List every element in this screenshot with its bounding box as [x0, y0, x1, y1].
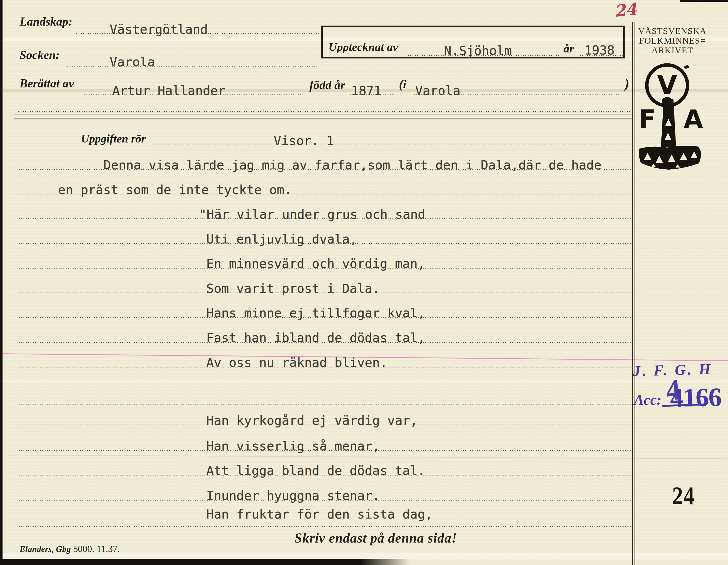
pink-ruled-line: [0, 455, 728, 459]
verse-line: Av oss nu räknad bliven.: [206, 356, 388, 369]
ruled-line: [84, 95, 304, 95]
ar-value: 1938: [584, 43, 615, 57]
printer-info: 5000. 11.37.: [71, 544, 120, 554]
ruled-line: [67, 66, 319, 67]
berattat-av-value: Artur Hallander: [112, 84, 225, 97]
upptecknat-label: Upptecknat av: [328, 41, 398, 53]
printer-imprint: Elanders, Gbg 5000. 11.37.: [20, 543, 120, 554]
uppgiften-ror-label: Uppgiften rör: [81, 133, 146, 145]
verse-line: Inunder hyuggna stenar.: [206, 489, 380, 502]
ruled-line: [414, 95, 623, 95]
accession-label: Acc:: [634, 391, 662, 408]
logo-letter-a: A: [684, 107, 703, 132]
fodd-ar-value: 1871: [351, 84, 381, 97]
write-only-instruction: Skriv endast på denna sida!: [295, 531, 457, 545]
ruled-line: [578, 55, 623, 56]
verse-line: Som varit prost i Dala.: [206, 282, 380, 295]
column-divider-line: [632, 22, 633, 565]
verse-line: Han fruktar för den sista dag,: [206, 507, 433, 521]
verse-line: "Här vilar under grus och sand: [199, 208, 425, 221]
verse-line: Uti enljuvlig dvala,: [206, 232, 357, 246]
archive-name: VÄSTSVENSKA FOLKMINNES= ARKIVET: [633, 26, 712, 55]
printer-name: Elanders, Gbg: [20, 544, 71, 554]
red-page-number: 24: [613, 1, 637, 20]
landskap-value: Västergötland: [110, 22, 208, 36]
verse-line: Han visserlig så menar,: [206, 439, 380, 453]
verse-line: Fast han ibland de dödas tal,: [206, 331, 425, 344]
scan-edge-left: [0, 0, 4, 565]
column-divider-line: [635, 22, 635, 565]
ar-label: år: [563, 43, 574, 55]
verse-line: Han kyrkogård ej värdig var,: [206, 414, 418, 427]
archive-name-line: ARKIVET: [633, 45, 712, 55]
scan-light-band: [0, 380, 728, 382]
archive-name-line: FOLKMINNES=: [633, 36, 712, 45]
ruled-line: [19, 404, 631, 404]
ruled-line: [154, 145, 631, 145]
berattat-av-label: Berättat av: [20, 78, 74, 90]
separator-solid-line: [14, 115, 632, 115]
ruled-line: [76, 33, 319, 34]
svg-text:V: V: [657, 70, 677, 100]
page-number-stamp: 24: [672, 483, 695, 508]
archive-name-line: VÄSTSVENSKA: [633, 26, 712, 36]
fodd-ar-label: född år: [309, 79, 345, 91]
archive-card-scan: Landskap: Västergötland Socken: Varola B…: [0, 0, 728, 565]
scan-edge-bottom: [0, 559, 410, 565]
socken-value: Varola: [110, 55, 155, 69]
body-paragraph-line: Denna visa lärde jag mig av farfar,som l…: [103, 158, 601, 172]
socken-label: Socken:: [20, 49, 60, 61]
verse-line: Hans minne ej tillfogar kval,: [206, 306, 425, 320]
paren-close: ): [625, 77, 629, 91]
landskap-label: Landskap:: [20, 16, 72, 28]
verse-line: En minnesvärd och vördig man,: [206, 257, 425, 271]
i-paren-value: Varola: [415, 84, 460, 97]
body-paragraph-line: en präst som de inte tyckte om.: [58, 183, 292, 197]
i-paren-label: (i: [399, 78, 406, 90]
separator-solid-line: [14, 118, 632, 119]
uppgiften-ror-value: Visor. 1: [274, 134, 334, 148]
ruled-line: [408, 55, 562, 56]
ruled-line: [350, 95, 396, 95]
verse-line: Att ligga bland de dödas tal.: [206, 464, 425, 477]
accession-number: 4166: [670, 381, 721, 413]
scan-edge-top-right: [680, 0, 728, 2]
logo-letter-f: F: [639, 107, 656, 132]
separator-dotted-line: [18, 111, 631, 112]
ruled-line: [19, 526, 631, 527]
